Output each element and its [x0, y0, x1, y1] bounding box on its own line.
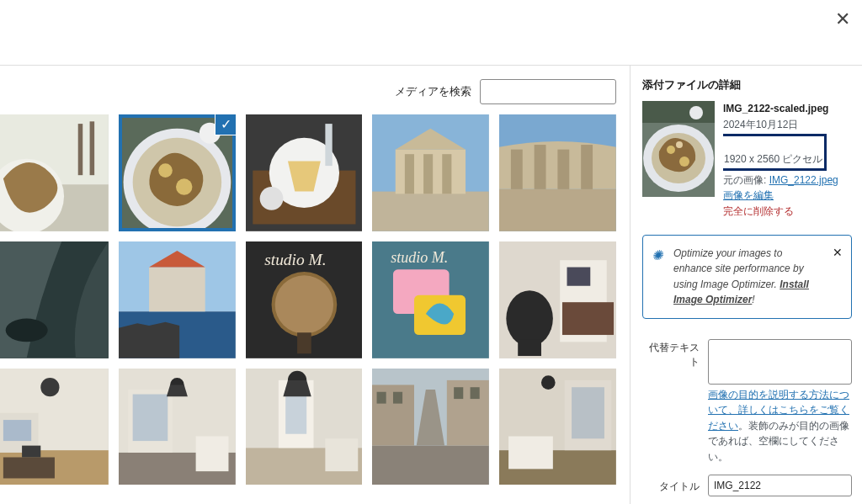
media-thumb-8[interactable]: studio M.	[372, 241, 489, 358]
search-label: メディアを検索	[395, 84, 471, 99]
media-thumb-0[interactable]	[0, 114, 109, 231]
svg-point-56	[40, 378, 59, 396]
svg-rect-70	[372, 445, 489, 485]
media-thumb-11[interactable]	[119, 369, 236, 485]
svg-rect-21	[423, 154, 433, 194]
original-image-link[interactable]: IMG_2122.jpeg	[769, 174, 838, 186]
svg-text:studio M.: studio M.	[264, 251, 326, 268]
media-grid: ✓studio M.studio M.	[0, 114, 616, 485]
svg-rect-4	[90, 121, 95, 175]
svg-rect-80	[572, 387, 604, 438]
svg-rect-74	[393, 391, 402, 403]
svg-rect-54	[3, 457, 55, 478]
original-image-row: 元の画像: IMG_2122.jpeg	[723, 172, 852, 188]
svg-rect-26	[535, 145, 546, 189]
svg-text:studio M.: studio M.	[391, 249, 449, 266]
media-thumb-14[interactable]	[499, 369, 616, 485]
title-input[interactable]	[708, 475, 852, 496]
svg-rect-33	[149, 267, 205, 311]
title-label: タイトル	[642, 475, 700, 496]
svg-rect-25	[511, 150, 523, 189]
svg-rect-49	[518, 339, 541, 355]
svg-rect-72	[447, 380, 489, 446]
detail-thumbnail	[642, 101, 715, 197]
alt-text-field: 代替テキスト 画像の目的を説明する方法について、詳しくはこちらをご覧ください。装…	[642, 339, 852, 464]
edit-image-link[interactable]: 画像を編集	[723, 188, 852, 204]
filename: IMG_2122-scaled.jpeg	[723, 101, 852, 117]
svg-point-82	[541, 375, 556, 390]
search-row: メディアを検索	[0, 74, 616, 114]
media-thumb-3[interactable]	[372, 114, 489, 231]
details-heading: 添付ファイルの詳細	[642, 77, 852, 93]
svg-rect-76	[471, 387, 480, 399]
svg-rect-75	[455, 387, 464, 399]
svg-rect-67	[325, 438, 358, 471]
svg-rect-24	[499, 189, 616, 231]
svg-rect-60	[132, 394, 168, 441]
svg-point-8	[158, 163, 173, 178]
svg-rect-28	[581, 145, 593, 189]
alt-text-label: 代替テキスト	[642, 339, 700, 464]
svg-point-88	[676, 141, 683, 148]
svg-rect-22	[443, 154, 452, 194]
modal-close-button[interactable]: ✕	[835, 8, 850, 30]
media-thumb-10[interactable]	[0, 369, 109, 485]
svg-point-48	[507, 290, 554, 347]
svg-rect-38	[297, 332, 311, 353]
media-thumb-2[interactable]	[246, 114, 363, 231]
checkmark-icon[interactable]: ✓	[216, 114, 236, 135]
delete-permanently-link[interactable]: 完全に削除する	[723, 204, 852, 220]
dimension-highlight: 981 KB 1920 x 2560 ピクセル	[723, 134, 827, 171]
svg-point-87	[679, 157, 689, 167]
svg-rect-17	[372, 192, 489, 231]
media-thumb-6[interactable]	[119, 241, 236, 358]
svg-point-90	[689, 106, 703, 119]
svg-point-30	[6, 318, 48, 342]
media-thumb-5[interactable]	[0, 241, 109, 358]
image-optimizer-notice: ✺ ✕ Optimize your images to enhance site…	[642, 235, 852, 319]
media-thumb-4[interactable]	[499, 114, 616, 231]
alt-text-input[interactable]	[708, 339, 852, 385]
media-thumb-12[interactable]	[246, 369, 363, 485]
svg-rect-46	[567, 267, 591, 285]
search-input[interactable]	[480, 79, 616, 104]
dimensions: 1920 x 2560 ピクセル	[724, 151, 822, 167]
media-thumb-9[interactable]	[499, 241, 616, 358]
svg-rect-89	[642, 101, 715, 123]
main: メディアを検索 ✓studio M.studio M. 添付ファイルの詳細	[0, 66, 862, 504]
svg-rect-3	[78, 124, 83, 175]
media-thumb-1[interactable]: ✓	[119, 114, 236, 231]
svg-rect-27	[558, 150, 570, 189]
detail-info: IMG_2122-scaled.jpeg 2024年10月12日 981 KB …	[723, 101, 852, 220]
svg-rect-15	[325, 124, 332, 166]
media-library-panel: メディアを検索 ✓studio M.studio M.	[0, 66, 630, 504]
attachment-details-panel: 添付ファイルの詳細 IMG_2122-scaled.jpeg 2024年10月1…	[630, 66, 862, 504]
svg-rect-47	[562, 302, 614, 335]
modal-header	[0, 0, 862, 66]
original-label: 元の画像:	[723, 174, 766, 186]
svg-rect-53	[3, 420, 31, 441]
svg-point-37	[274, 275, 333, 333]
lightbulb-icon: ✺	[652, 246, 662, 267]
upload-date: 2024年10月12日	[723, 117, 852, 133]
svg-rect-73	[377, 391, 386, 403]
svg-point-9	[176, 178, 192, 194]
detail-row: IMG_2122-scaled.jpeg 2024年10月12日 981 KB …	[642, 101, 852, 220]
svg-rect-55	[22, 445, 40, 457]
media-thumb-7[interactable]: studio M.	[246, 241, 363, 358]
svg-point-86	[667, 146, 675, 154]
alt-text-help: 画像の目的を説明する方法について、詳しくはこちらをご覧ください。装飾のみが目的の…	[708, 387, 852, 464]
svg-rect-61	[195, 436, 228, 471]
svg-point-14	[259, 187, 283, 210]
optimizer-bang: !	[752, 294, 754, 305]
dismiss-notice-button[interactable]: ✕	[833, 244, 843, 263]
title-field: タイトル	[642, 475, 852, 496]
svg-rect-81	[508, 436, 553, 469]
svg-rect-20	[405, 154, 414, 194]
media-thumb-13[interactable]	[372, 369, 489, 485]
